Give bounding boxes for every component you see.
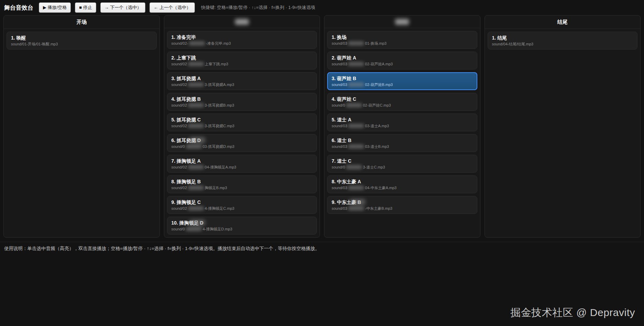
censor-blur (188, 186, 204, 190)
column-header (324, 15, 480, 28)
toolbar: 舞台音效台 ▶ 播放/空格 ■ 停止 → 下一个（选中） ← 上一个（选中） 快… (0, 0, 644, 15)
hotkeys-hint: 快捷键: 空格=播放/暂停 · ↑↓=选择 · f=换列 · 1-9=快速选项 (201, 4, 315, 11)
audio-item-title: 1. 结尾 (492, 35, 633, 41)
audio-item-path: sound/002-葫芦娃C.mp3 (332, 103, 473, 108)
audio-column-4: 结尾1. 结尾sound/04-结尾/结尾.mp3 (485, 15, 641, 238)
audio-item[interactable]: 7. 捶胸顿足 Asound/0204-捶胸顿足A.mp3 (167, 155, 317, 173)
censor-blur (186, 227, 202, 231)
audio-item-title: 2. 葫芦娃 A (332, 55, 473, 61)
audio-item-title: 1. 换场 (332, 34, 473, 40)
audio-item[interactable]: 5. 抓耳挠腮 Csound/023-抓耳挠腮C.mp3 (167, 113, 317, 131)
censor-blur (189, 41, 205, 45)
audio-item[interactable]: 8. 捶胸顿足 Bsound/02胸顿足B.mp3 (167, 175, 317, 193)
prev-button[interactable]: ← 上一个（选中） (149, 2, 195, 13)
watermark: 掘金技术社区 @ Depravity (510, 306, 635, 320)
audio-item-path: sound/0304-中东土豪A.mp3 (332, 185, 473, 190)
censor-blur (346, 103, 362, 107)
audio-item-path: sound/024-捶胸顿足C.mp3 (171, 206, 313, 211)
audio-item-title: 7. 道士 C (332, 158, 473, 164)
next-button[interactable]: → 下一个（选中） (100, 2, 146, 13)
audio-item-title: 10. 捶胸顿足 D (171, 220, 313, 226)
audio-item[interactable]: 3. 抓耳挠腮 Asound/023-抓耳挠腮A.mp3 (167, 72, 317, 90)
audio-item-title: 8. 中东土豪 A (332, 178, 473, 185)
audio-item-selected[interactable]: 3. 葫芦娃 Bsound/0302-葫芦娃B.mp3 (327, 72, 477, 90)
audio-item-path: sound/023-抓耳挠腮A.mp3 (171, 82, 313, 87)
audio-item-title: 6. 道士 B (332, 137, 473, 143)
censor-blur (186, 144, 202, 149)
censor-blur (189, 137, 205, 143)
audio-item-title: 3. 葫芦娃 B (332, 75, 473, 82)
audio-item[interactable]: 4. 抓耳挠腮 Bsound/023-抓耳挠腮B.mp3 (167, 93, 317, 111)
censor-blur (348, 124, 364, 128)
app-title: 舞台音效台 (4, 4, 33, 12)
audio-item[interactable]: 1. 唤醒sound/01-开场/01-唤醒.mp3 (7, 32, 157, 50)
audio-item-path: sound/023-抓耳挠腮B.mp3 (171, 103, 313, 108)
audio-item-title: 1. 准备完毕 (171, 34, 313, 40)
audio-item[interactable]: 8. 中东土豪 Asound/0304-中东土豪A.mp3 (327, 175, 477, 193)
column-header: 结尾 (485, 15, 641, 29)
audio-item-path: sound/02胸顿足B.mp3 (171, 185, 313, 190)
censor-blur (349, 199, 365, 205)
audio-item-path: sound/02上窜下跳.mp3 (171, 62, 313, 66)
audio-item-title: 5. 道士 A (332, 117, 473, 123)
audio-item-path: sound/0301-换场.mp3 (332, 41, 473, 46)
audio-item-title: 9. 中东土豪 B (332, 199, 473, 205)
censor-blur (348, 186, 364, 190)
stop-button[interactable]: ■ 停止 (75, 2, 96, 13)
audio-item-path: sound/023-抓耳挠腮C.mp3 (171, 123, 313, 128)
audio-item[interactable]: 10. 捶胸顿足 Dsound/04-捶胸顿足D.mp3 (167, 217, 317, 235)
audio-item-title: 4. 葫芦娃 C (332, 96, 473, 102)
audio-item-title: 6. 抓耳挠腮 D (171, 137, 313, 143)
audio-item-path: sound/04-结尾/结尾.mp3 (492, 42, 633, 46)
audio-item-title: 9. 捶胸顿足 C (171, 199, 313, 205)
censor-blur (188, 165, 204, 169)
censor-blur (188, 83, 204, 87)
board: 开场1. 唤醒sound/01-开场/01-唤醒.mp31. 准备完毕sound… (0, 15, 644, 238)
audio-item[interactable]: 9. 中东土豪 Bsound/03-中东土豪B.mp3 (327, 196, 477, 214)
censor-blur (189, 220, 205, 226)
audio-item[interactable]: 2. 上窜下跳sound/02上窜下跳.mp3 (167, 52, 317, 69)
status-bar: 使用说明：单击选中音频（高亮），双击直接播放；空格=播放/暂停 · ↑↓=选择 … (0, 242, 644, 255)
column-list: 1. 准备完毕sound/02--准备完毕.mp32. 上窜下跳sound/02… (164, 28, 320, 237)
audio-item[interactable]: 6. 道士 Bsound/0303-道士B.mp3 (327, 134, 477, 152)
censor-blur (188, 124, 204, 128)
audio-item[interactable]: 5. 道士 Asound/0303-道士A.mp3 (327, 113, 477, 131)
censor-blur (188, 62, 204, 66)
column-list: 1. 结尾sound/04-结尾/结尾.mp3 (485, 29, 641, 237)
audio-column-3: 1. 换场sound/0301-换场.mp32. 葫芦娃 Asound/0302… (324, 15, 480, 238)
audio-item-path: sound/03-道士C.mp3 (332, 165, 473, 170)
audio-item-path: sound/01-开场/01-唤醒.mp3 (11, 42, 152, 46)
censor-blur (188, 103, 204, 107)
audio-item-title: 8. 捶胸顿足 B (171, 178, 313, 185)
audio-item[interactable]: 9. 捶胸顿足 Csound/024-捶胸顿足C.mp3 (167, 196, 317, 214)
audio-item-title: 4. 抓耳挠腮 B (171, 96, 313, 102)
censor-blur (348, 144, 364, 149)
audio-item[interactable]: 1. 准备完毕sound/02--准备完毕.mp3 (167, 31, 317, 49)
column-list: 1. 换场sound/0301-换场.mp32. 葫芦娃 Asound/0302… (324, 28, 480, 237)
audio-item-title: 3. 抓耳挠腮 A (171, 75, 313, 82)
audio-item-path: sound/03-中东土豪B.mp3 (332, 206, 473, 211)
audio-column-2: 1. 准备完毕sound/02--准备完毕.mp32. 上窜下跳sound/02… (164, 15, 320, 238)
audio-item[interactable]: 2. 葫芦娃 Asound/0302-葫芦娃A.mp3 (327, 52, 477, 69)
play-button[interactable]: ▶ 播放/空格 (39, 2, 71, 13)
audio-item[interactable]: 7. 道士 Csound/03-道士C.mp3 (327, 155, 477, 173)
censor-blur (395, 19, 409, 25)
audio-item[interactable]: 4. 葫芦娃 Csound/002-葫芦娃C.mp3 (327, 93, 477, 111)
audio-item[interactable]: 1. 换场sound/0301-换场.mp3 (327, 31, 477, 49)
censor-blur (188, 206, 204, 210)
audio-item-path: sound/003-抓耳挠腮D.mp3 (171, 144, 313, 149)
audio-item-title: 5. 抓耳挠腮 C (171, 117, 313, 123)
audio-item-path: sound/0302-葫芦娃B.mp3 (332, 82, 473, 87)
audio-item-path: sound/0303-道士A.mp3 (332, 123, 473, 128)
audio-item[interactable]: 1. 结尾sound/04-结尾/结尾.mp3 (488, 32, 638, 50)
censor-blur (346, 165, 362, 169)
audio-item[interactable]: 6. 抓耳挠腮 Dsound/003-抓耳挠腮D.mp3 (167, 134, 317, 152)
audio-column-1: 开场1. 唤醒sound/01-开场/01-唤醒.mp3 (3, 15, 160, 238)
audio-item-path: sound/0303-道士B.mp3 (332, 144, 473, 149)
audio-item-path: sound/02--准备完毕.mp3 (171, 41, 313, 46)
censor-blur (235, 19, 249, 25)
audio-item-path: sound/0204-捶胸顿足A.mp3 (171, 165, 313, 170)
column-header: 开场 (4, 15, 159, 29)
censor-blur (348, 41, 364, 45)
audio-item-path: sound/0302-葫芦娃A.mp3 (332, 62, 473, 66)
